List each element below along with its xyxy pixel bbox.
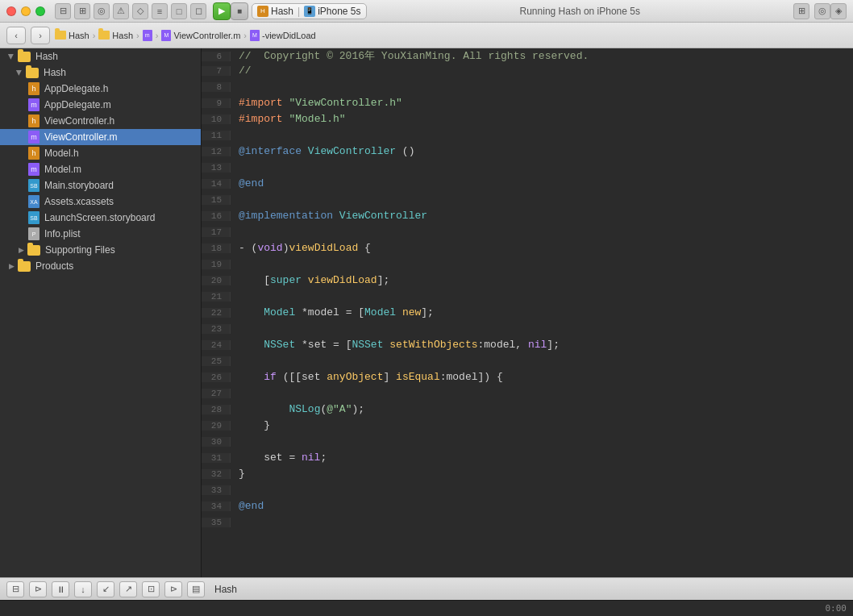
line-num-13: 13: [202, 163, 231, 173]
breadcrumb-m-indicator[interactable]: m: [143, 30, 152, 41]
main-area: ▶ Hash ▶ Hash h AppDelegate.h m AppDeleg…: [0, 48, 853, 577]
code-editor[interactable]: 6 // Copyright © 2016年 YouXianMing. All …: [202, 48, 853, 577]
grid-view-icon[interactable]: ⊞: [793, 3, 809, 19]
code-line-28: 28 NSLog(@"A");: [202, 403, 853, 419]
breadcrumb-filename: ViewController.m: [173, 31, 240, 40]
version-editor-icon[interactable]: ◈: [830, 3, 847, 19]
run-button[interactable]: ▶: [213, 2, 231, 20]
code-line-24: 24 NSSet *set = [NSSet setWithObjects:mo…: [202, 339, 853, 355]
list-icon[interactable]: ≡: [152, 3, 168, 19]
line-num-29: 29: [202, 421, 231, 431]
bookmark-icon[interactable]: ◇: [132, 3, 148, 19]
sidebar-item-assets[interactable]: XA Assets.xcassets: [0, 194, 201, 210]
bottom-pause-btn[interactable]: ⏸: [52, 581, 69, 597]
sidebar-item-viewcontroller-m[interactable]: m ViewController.m: [0, 129, 201, 145]
file-label-info-plist: Info.plist: [44, 228, 81, 239]
maximize-button[interactable]: [35, 6, 45, 16]
m-file-icon-model: m: [28, 163, 40, 176]
scheme-selector[interactable]: H Hash | 📱 iPhone 5s: [252, 3, 367, 19]
close-button[interactable]: [6, 6, 16, 16]
sidebar-item-model-m[interactable]: m Model.m: [0, 161, 201, 177]
sidebar-item-appdelegate-m[interactable]: m AppDelegate.m: [0, 97, 201, 113]
breadcrumb-viewcontroller-m[interactable]: M ViewController.m: [161, 30, 240, 41]
window-controls[interactable]: [6, 6, 45, 16]
group-folder-icon: [26, 68, 39, 78]
nav-back-button[interactable]: ‹: [6, 27, 26, 44]
sidebar-item-supporting-files[interactable]: ▶ Supporting Files: [0, 242, 201, 258]
file-label-viewcontroller-h: ViewController.h: [44, 115, 114, 127]
line-content-21: [231, 290, 853, 302]
line-num-8: 8: [202, 82, 231, 92]
find-icon[interactable]: ◎: [94, 3, 110, 19]
line-num-23: 23: [202, 324, 231, 334]
line-num-35: 35: [202, 518, 231, 527]
warning-icon[interactable]: ⚠: [113, 3, 129, 19]
toolbar-icons: ⊟ ⊞ ◎ ⚠ ◇ ≡ □ ◻: [55, 3, 206, 19]
line-num-9: 9: [202, 98, 231, 108]
sidebar-item-appdelegate-h[interactable]: h AppDelegate.h: [0, 81, 201, 97]
sidebar-root-hash[interactable]: ▶ Hash: [0, 48, 201, 65]
breadcrumb-hash-group[interactable]: Hash: [98, 31, 133, 40]
code-line-27: 27: [202, 387, 853, 403]
code-line-7: 7 //: [202, 65, 853, 81]
sidebar-item-viewcontroller-h[interactable]: h ViewController.h: [0, 113, 201, 129]
sidebar-item-model-h[interactable]: h Model.h: [0, 145, 201, 161]
bottom-sidebar-btn[interactable]: ⊟: [6, 581, 24, 597]
code-line-29: 29 }: [202, 419, 853, 435]
products-folder-icon: [18, 261, 31, 272]
breadcrumb-method[interactable]: M -viewDidLoad: [250, 30, 316, 41]
line-content-31: set = nil;: [231, 452, 853, 464]
sidebar-group-hash[interactable]: ▶ Hash: [0, 65, 201, 81]
bottom-tag-btn[interactable]: ⊳: [29, 581, 47, 597]
sidebar-item-info-plist[interactable]: P Info.plist: [0, 226, 201, 242]
bottom-step-over-btn[interactable]: ↓: [74, 581, 92, 597]
code-line-23: 23: [202, 323, 853, 339]
minimize-button[interactable]: [21, 6, 31, 16]
bottom-debug-btn[interactable]: ⊳: [164, 581, 182, 597]
breadcrumb-hash-folder[interactable]: Hash: [55, 31, 89, 40]
bottom-view-btn[interactable]: ⊡: [142, 581, 160, 597]
bottom-console-btn[interactable]: ▤: [187, 581, 205, 597]
tree-arrow-products: ▶: [7, 262, 15, 270]
folder-icon: [55, 31, 66, 40]
code-line-6: 6 // Copyright © 2016年 YouXianMing. All …: [202, 48, 853, 65]
assistant-icon[interactable]: ◎: [814, 3, 830, 19]
storyboard-icon-launch: SB: [28, 211, 40, 224]
code-line-30: 30: [202, 435, 853, 452]
nav-forward-button[interactable]: ›: [31, 27, 50, 44]
sidebar-toggle-icon[interactable]: ⊟: [55, 3, 71, 19]
file-label-viewcontroller-m: ViewController.m: [44, 131, 117, 143]
line-content-20: [super viewDidLoad];: [231, 274, 853, 286]
hierarchy-icon[interactable]: ⊞: [74, 3, 90, 19]
line-num-7: 7: [202, 66, 231, 76]
code-line-13: 13: [202, 161, 853, 177]
sidebar-item-launchscreen[interactable]: SB LaunchScreen.storyboard: [0, 210, 201, 226]
bottom-step-out-btn[interactable]: ↗: [119, 581, 137, 597]
tree-arrow-group: ▶: [15, 69, 23, 77]
line-num-10: 10: [202, 114, 231, 124]
line-num-12: 12: [202, 147, 231, 156]
products-label: Products: [35, 260, 73, 272]
scheme-icon: H: [257, 6, 268, 17]
plist-icon: P: [28, 227, 40, 240]
line-num-25: 25: [202, 356, 231, 366]
scheme-name: Hash: [271, 6, 293, 17]
sidebar-item-products[interactable]: ▶ Products: [0, 258, 201, 274]
m-file-icon: M: [161, 30, 171, 41]
sidebar-item-main-storyboard[interactable]: SB Main.storyboard: [0, 177, 201, 194]
m-icon: m: [143, 30, 152, 41]
breadcrumb: Hash › Hash › m › M ViewController.m › M…: [55, 30, 316, 41]
breadcrumb-sep3: ›: [156, 31, 159, 40]
m-file-icon-appdelegate: m: [28, 98, 40, 111]
file-label-model-m: Model.m: [44, 164, 81, 175]
bubble-icon[interactable]: ◻: [190, 3, 206, 19]
line-content-15: [231, 194, 853, 206]
group-label: Hash: [44, 67, 66, 78]
bottom-step-in-btn[interactable]: ↙: [97, 581, 114, 597]
xcassets-icon: XA: [28, 195, 40, 208]
stop-button[interactable]: ■: [231, 2, 248, 20]
code-line-10: 10 #import "Model.h": [202, 113, 853, 129]
line-num-14: 14: [202, 179, 231, 189]
root-label: Hash: [35, 51, 58, 62]
comment-icon[interactable]: □: [171, 3, 187, 19]
